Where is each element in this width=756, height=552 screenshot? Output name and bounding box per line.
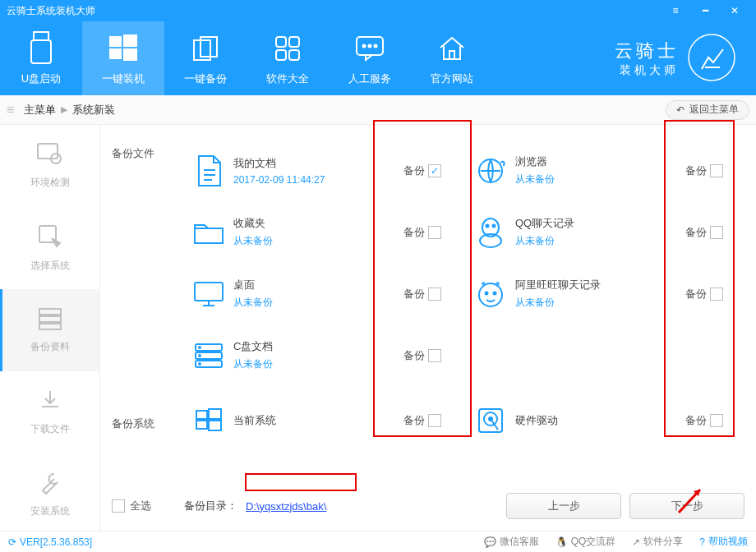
monitor-gear-icon xyxy=(36,142,64,169)
file-row-aliwangwang: 阿里旺旺聊天记录从未备份 备份 xyxy=(466,263,748,324)
check-label: 备份 xyxy=(685,413,707,428)
check-label: 备份 xyxy=(685,225,707,240)
svg-point-13 xyxy=(363,45,366,48)
close-button[interactable]: ✕ xyxy=(720,3,749,18)
lnk-label: 帮助视频 xyxy=(708,535,748,549)
sidebar-label: 环境检测 xyxy=(30,176,70,190)
backup-check-aliwangwang[interactable]: 备份 xyxy=(685,287,748,301)
wechat-icon: 💬 xyxy=(484,536,496,548)
prev-step-button[interactable]: 上一步 xyxy=(506,493,621,519)
backup-check-c-docs[interactable]: 备份 xyxy=(403,348,466,363)
file-title: C盘文档 xyxy=(233,339,403,354)
svg-point-41 xyxy=(199,347,201,348)
checkbox-icon xyxy=(428,349,441,362)
sidebar-item-select-system[interactable]: 选择系统 xyxy=(0,207,99,289)
home-icon xyxy=(437,30,467,67)
footer-link-share[interactable]: ↗软件分享 xyxy=(632,535,683,549)
select-all-checkbox[interactable]: 全选 xyxy=(112,499,151,513)
file-row-empty xyxy=(466,324,748,386)
section-label-files: 备份文件 xyxy=(112,140,184,386)
crumb-current: 系统新装 xyxy=(72,103,115,117)
lnk-label: QQ交流群 xyxy=(571,535,616,549)
backup-check-drivers[interactable]: 备份 xyxy=(685,413,748,428)
breadcrumb-bar: ≡ 主菜单 ▶ 系统新装 ↶ 返回主菜单 xyxy=(0,95,756,125)
tool-one-click-backup[interactable]: 一键备份 xyxy=(164,21,247,95)
tool-software[interactable]: 软件大全 xyxy=(247,21,329,95)
bottom-action-row: 全选 备份目录： D:\yqsxtzjds\bak\ 上一步 下一步 xyxy=(112,493,744,519)
back-to-main-button[interactable]: ↶ 返回主菜单 xyxy=(666,100,749,120)
btn-label: 下一步 xyxy=(671,499,703,513)
footer-link-wechat[interactable]: 💬微信客服 xyxy=(484,535,539,549)
crumb-root[interactable]: 主菜单 xyxy=(24,103,56,117)
file-sub: 从未备份 xyxy=(515,234,685,248)
footer-link-help-video[interactable]: ?帮助视频 xyxy=(699,535,748,549)
sidebar-item-env-check[interactable]: 环境检测 xyxy=(0,125,99,207)
sidebar-item-backup-data[interactable]: 备份资料 xyxy=(0,289,99,371)
backup-dir-path-link[interactable]: D:\yqsxtzjds\bak\ xyxy=(246,500,326,513)
svg-rect-3 xyxy=(123,34,137,47)
knight-logo-icon xyxy=(687,33,736,85)
server-icon xyxy=(37,306,63,334)
list-icon[interactable]: ≡ xyxy=(7,103,14,117)
sidebar-item-install-system[interactable]: 安装系统 xyxy=(0,453,99,536)
window-title: 云骑士系统装机大师 xyxy=(7,4,661,18)
backup-check-current-os[interactable]: 备份 xyxy=(403,413,466,428)
backup-check-qq[interactable]: 备份 xyxy=(685,225,748,240)
check-label: 备份 xyxy=(685,287,707,301)
svg-rect-32 xyxy=(195,283,223,301)
download-icon xyxy=(38,389,62,416)
sidebar-item-download-files[interactable]: 下载文件 xyxy=(0,371,99,453)
checkbox-icon xyxy=(112,499,125,513)
file-row-my-documents: 我的文档2017-02-09 11:44:27 备份✓ xyxy=(184,140,466,201)
svg-rect-23 xyxy=(39,324,61,329)
annotation-box-path xyxy=(245,473,357,491)
refresh-icon: ⟳ xyxy=(8,536,16,548)
svg-rect-10 xyxy=(276,50,286,60)
backup-check-browser[interactable]: 备份 xyxy=(685,163,748,178)
backup-check-desktop[interactable]: 备份 xyxy=(403,287,466,301)
svg-rect-1 xyxy=(31,40,51,63)
svg-point-35 xyxy=(479,283,502,306)
checkbox-icon xyxy=(710,414,723,427)
checkbox-icon: ✓ xyxy=(428,164,441,177)
ie-icon xyxy=(466,154,515,187)
qq-icon: 🐧 xyxy=(555,536,568,548)
folder-icon xyxy=(184,218,233,246)
document-icon xyxy=(184,154,233,188)
tool-official-site[interactable]: 官方网站 xyxy=(411,21,493,95)
tool-usb-boot[interactable]: U盘启动 xyxy=(0,21,82,95)
section-label-system: 备份系统 xyxy=(112,410,184,431)
file-row-desktop: 桌面从未备份 备份 xyxy=(184,263,466,324)
tool-one-click-install[interactable]: 一键装机 xyxy=(82,21,164,95)
apps-grid-icon xyxy=(274,30,302,67)
file-title: 桌面 xyxy=(233,278,403,292)
file-sub: 从未备份 xyxy=(233,296,403,310)
windows-tiles-icon xyxy=(184,406,233,435)
version-link[interactable]: ⟳ VER[2.5.36.853] xyxy=(8,536,92,548)
check-label: 备份 xyxy=(403,287,425,301)
system-row-current-os: 当前系统 备份 xyxy=(184,389,466,451)
menu-icon[interactable]: ≡ xyxy=(661,3,690,18)
svg-rect-45 xyxy=(209,409,221,419)
svg-point-37 xyxy=(494,292,496,294)
minimize-button[interactable]: ━ xyxy=(690,3,720,18)
checkbox-icon xyxy=(428,288,441,301)
backup-check-favorites[interactable]: 备份 xyxy=(403,225,466,240)
sidebar-label: 下载文件 xyxy=(30,422,70,436)
tool-human-service[interactable]: 人工服务 xyxy=(329,21,411,95)
sidebar-label: 安装系统 xyxy=(30,504,70,518)
svg-point-36 xyxy=(486,292,488,294)
svg-rect-21 xyxy=(39,309,61,315)
backup-check-my-documents[interactable]: 备份✓ xyxy=(403,163,466,178)
check-label: 备份 xyxy=(403,413,425,428)
next-step-button[interactable]: 下一步 xyxy=(629,493,744,519)
wizard-sidebar: 环境检测 选择系统 备份资料 下载文件 安装系统 xyxy=(0,125,100,531)
qq-penguin-icon xyxy=(466,216,515,249)
file-title: 阿里旺旺聊天记录 xyxy=(515,278,685,292)
lnk-label: 微信客服 xyxy=(500,535,539,549)
svg-rect-2 xyxy=(109,36,122,47)
system-row-drivers: 硬件驱动 备份 xyxy=(466,389,748,451)
footer-link-qq-group[interactable]: 🐧QQ交流群 xyxy=(555,535,616,549)
aliwangwang-icon xyxy=(466,278,515,310)
sidebar-label: 选择系统 xyxy=(30,259,70,273)
